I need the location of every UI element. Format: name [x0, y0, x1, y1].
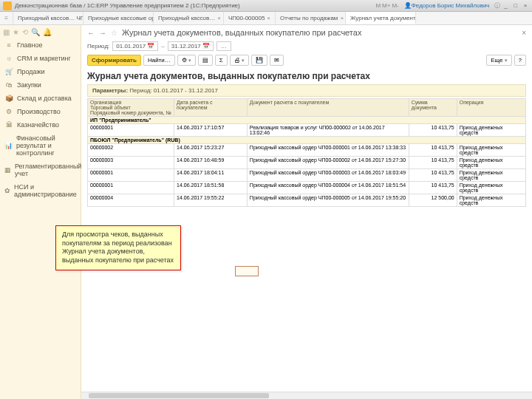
menu-icon[interactable]: ≡ [0, 12, 13, 24]
form-button[interactable]: Сформировать [87, 55, 141, 66]
sidebar-item-warehouse[interactable]: 📦Склад и доставка [0, 92, 81, 105]
titlebar: Демонстрационная база / 1С:ERP Управлени… [0, 0, 532, 12]
calendar-icon[interactable]: 📅 [202, 43, 210, 50]
chart-icon: 📊 [4, 142, 13, 149]
help-button[interactable]: ? [514, 55, 526, 66]
info-icon[interactable]: ⓘ [494, 1, 500, 10]
sidebar-item-main[interactable]: ≡Главное [0, 38, 81, 52]
app-logo-icon [3, 1, 12, 10]
cart-icon: 🛒 [4, 68, 13, 75]
back-icon[interactable]: ← [87, 29, 95, 37]
sidebar: ▦ ★ ⟲ 🔍 🔔 ≡Главное ☼CRM и маркетинг 🛒Про… [0, 25, 81, 399]
tabs-bar: ≡ Приходный кассов… ЧП00-000001× Приходн… [0, 12, 532, 25]
m-icon[interactable]: M [375, 2, 381, 9]
col-sum: Сумма документа [409, 99, 457, 117]
callout-note: Для просмотра чеков, выданных покупателя… [55, 225, 181, 270]
sidebar-item-admin[interactable]: ✿НСИ и администрирование [0, 180, 81, 201]
crm-icon: ☼ [4, 55, 13, 62]
table-row[interactable]: 0000000314.06.2017 16:48:59Приходный кас… [88, 157, 526, 169]
grid-icon[interactable]: ▦ [3, 28, 10, 36]
close-icon[interactable]: × [340, 15, 344, 21]
sidebar-item-regaccount[interactable]: ▦Регламентированный учет [0, 160, 81, 180]
forward-icon[interactable]: → [99, 29, 106, 37]
tab-0[interactable]: Приходный кассов… ЧП00-000001× [13, 12, 83, 24]
page-title: Журнал учета документов, выданных покупа… [122, 28, 517, 37]
highlight-box [235, 266, 259, 276]
history-icon[interactable]: ⟲ [22, 28, 28, 36]
window-title: Демонстрационная база / 1С:ERP Управлени… [15, 2, 240, 9]
sidebar-toolbar: ▦ ★ ⟲ 🔍 🔔 [0, 25, 81, 38]
tab-5[interactable]: Журнал учета документов, выда… [346, 12, 416, 24]
date-to-input[interactable]: 31.12.2017📅 [168, 41, 214, 51]
period-more-button[interactable]: … [216, 41, 231, 51]
sidebar-item-purchases[interactable]: 🛍Закупки [0, 78, 81, 92]
col-op: Операция [457, 99, 525, 117]
period-label: Период: [87, 43, 109, 50]
box-icon: 📦 [4, 95, 13, 102]
bag-icon: 🛍 [4, 81, 13, 89]
settings-button[interactable]: ⚙▾ [177, 55, 196, 66]
settings-icon: ✿ [4, 187, 10, 194]
group-row[interactable]: ПБОЮЛ "Предприниматель" (RUB) [88, 137, 526, 144]
bank-icon: 🏛 [4, 121, 13, 129]
mminus-icon[interactable]: M- [392, 2, 398, 9]
report-table: Организация Торговый объект Порядковый н… [87, 98, 526, 207]
col-doc: Документ расчета с покупателем [247, 99, 409, 117]
user-icon: 👤 [404, 2, 412, 9]
sum-button[interactable]: Σ [215, 55, 228, 66]
more-button[interactable]: Еще▾ [486, 55, 511, 66]
minimize-icon[interactable]: _ [502, 2, 510, 9]
tab-3[interactable]: ЧП00-000005× [224, 12, 276, 24]
group-row[interactable]: ИП "Предприниматель" [88, 117, 526, 124]
sidebar-item-treasury[interactable]: 🏛Казначейство [0, 118, 81, 132]
tab-4[interactable]: Отчеты по продажам× [276, 12, 346, 24]
maximize-icon[interactable]: □ [512, 2, 519, 9]
scrollbar-thumb[interactable] [89, 393, 269, 398]
col-org: Организация Торговый объект Порядковый н… [88, 99, 174, 117]
sidebar-item-production[interactable]: ⚙Производство [0, 105, 81, 118]
filter-button[interactable]: ▤ [198, 55, 213, 66]
close-icon[interactable]: × [267, 15, 270, 21]
table-row[interactable]: 0000000114.06.2017 18:51:58Приходный кас… [88, 182, 526, 194]
table-row[interactable]: 0000000114.06.2017 18:04:11Приходный кас… [88, 169, 526, 182]
horizontal-scrollbar[interactable] [81, 392, 532, 399]
close-page-icon[interactable]: × [522, 29, 526, 37]
close-window-icon[interactable]: × [522, 2, 529, 9]
star-icon[interactable]: ★ [13, 28, 19, 36]
grid2-icon: ▦ [4, 166, 11, 174]
bell-icon[interactable]: 🔔 [43, 28, 52, 36]
user-name[interactable]: Федоров Борис Михайлович [412, 2, 490, 9]
sidebar-item-sales[interactable]: 🛒Продажи [0, 65, 81, 78]
date-from-input[interactable]: 01.01.2017📅 [112, 41, 158, 51]
print-button[interactable]: 🖨▾ [230, 55, 249, 66]
sidebar-item-finance[interactable]: 📊Финансовый результат и контроллинг [0, 132, 81, 160]
search-icon[interactable]: 🔍 [31, 28, 40, 36]
report-title: Журнал учета документов, выданных покупа… [87, 71, 526, 81]
report-params: Параметры: Период: 01.01.2017 - 31.12.20… [87, 84, 526, 97]
home-icon: ≡ [4, 41, 13, 49]
table-row[interactable]: 0000000214.06.2017 15:23:27Приходный кас… [88, 144, 526, 157]
table-row[interactable]: 0000000114.06.2017 17:10:57Реализация то… [88, 124, 526, 137]
tab-2[interactable]: Приходный кассов…× [154, 12, 224, 24]
close-icon[interactable]: × [217, 15, 221, 21]
mplus-icon[interactable]: M+ [382, 2, 390, 9]
table-row[interactable]: 0000000414.06.2017 19:55:22Приходный кас… [88, 194, 526, 207]
sidebar-item-crm[interactable]: ☼CRM и маркетинг [0, 52, 81, 65]
find-button[interactable]: Найти… [143, 55, 175, 66]
mail-button[interactable]: ✉ [270, 55, 284, 66]
col-date: Дата расчета с покупателем [174, 99, 248, 117]
favorite-icon[interactable]: ☆ [111, 29, 117, 37]
save-button[interactable]: 💾 [251, 55, 267, 66]
gear-icon: ⚙ [4, 108, 13, 115]
calendar-icon[interactable]: 📅 [147, 43, 154, 50]
tab-1[interactable]: Приходные кассовые ордера× [83, 12, 154, 24]
